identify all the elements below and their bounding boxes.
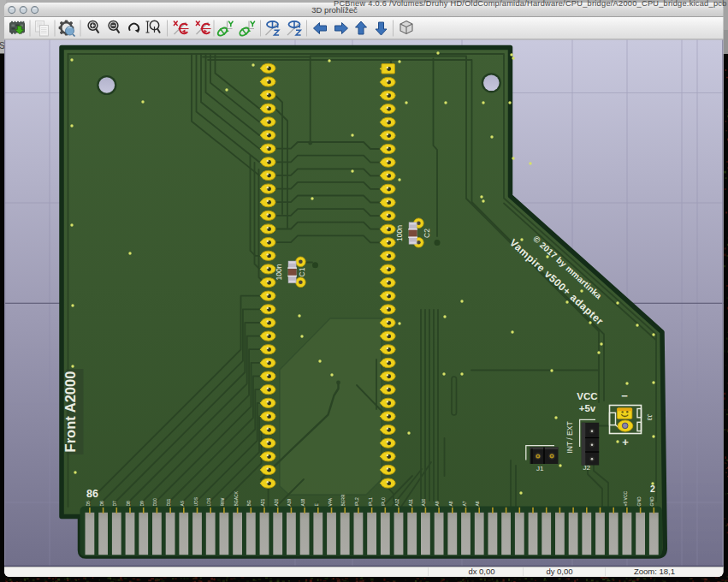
svg-text:+5v: +5v [579,403,596,413]
svg-text:C1: C1 [298,267,306,276]
svg-text:A10: A10 [421,498,426,506]
svg-text:A7: A7 [462,501,467,506]
svg-text:2: 2 [650,484,655,494]
svg-text:D7: D7 [112,501,117,507]
svg-text:IPL1: IPL1 [368,497,373,507]
svg-text:A20: A20 [274,498,279,506]
svg-text:D9: D9 [139,501,145,507]
svg-text:BGACK: BGACK [234,490,239,506]
svg-text:J1: J1 [536,465,544,472]
svg-text:AS: AS [180,500,185,506]
svg-text:D6: D6 [99,501,104,507]
svg-text:GND: GND [649,496,654,507]
svg-text:D8: D8 [126,501,131,507]
svg-text:D10: D10 [152,498,157,506]
svg-text:A21: A21 [260,498,265,506]
svg-text:IPL0: IPL0 [381,497,386,507]
svg-text:VCC: VCC [577,391,597,401]
svg-text:D5: D5 [86,501,91,507]
svg-text:LDS: LDS [206,497,211,506]
svg-text:100n: 100n [275,264,283,280]
svg-text:J3: J3 [646,414,654,421]
svg-text:Front A2000: Front A2000 [62,371,78,453]
svg-text:IPL2: IPL2 [354,497,359,507]
svg-text:A6: A6 [475,501,480,506]
svg-text:+: + [622,436,629,448]
svg-text:BG: BG [246,500,252,506]
svg-text:R/W: R/W [220,498,225,507]
svg-text:INT / EXT: INT / EXT [565,421,574,453]
svg-text:A12: A12 [394,498,400,506]
svg-text:dx 0,00: dx 0,00 [468,567,494,576]
svg-text:VPA: VPA [328,497,333,506]
svg-text:Zoom: 18,1: Zoom: 18,1 [634,567,675,576]
svg-text:PCBnew 4.0.6 /Volumes/Druhy HD: PCBnew 4.0.6 /Volumes/Druhy HD/OldComp/a… [334,0,727,8]
svg-text:−: − [621,389,628,402]
svg-text:J2: J2 [583,464,591,472]
svg-text:D11: D11 [166,498,171,506]
svg-text:A11: A11 [408,499,413,507]
svg-text:dy 0,00: dy 0,00 [546,567,572,576]
svg-text:A18: A18 [300,498,305,506]
svg-text:GND: GND [636,496,642,507]
svg-text:BERR: BERR [340,494,346,506]
svg-text:+5 VCC: +5 VCC [623,490,628,506]
svg-text:A19: A19 [287,498,292,506]
svg-text:86: 86 [86,488,98,500]
svg-text:A9: A9 [435,501,440,506]
svg-text:100n: 100n [395,225,404,241]
svg-text:UDS: UDS [193,496,198,506]
svg-text:C2: C2 [423,229,431,238]
svg-text:A8: A8 [448,501,453,506]
